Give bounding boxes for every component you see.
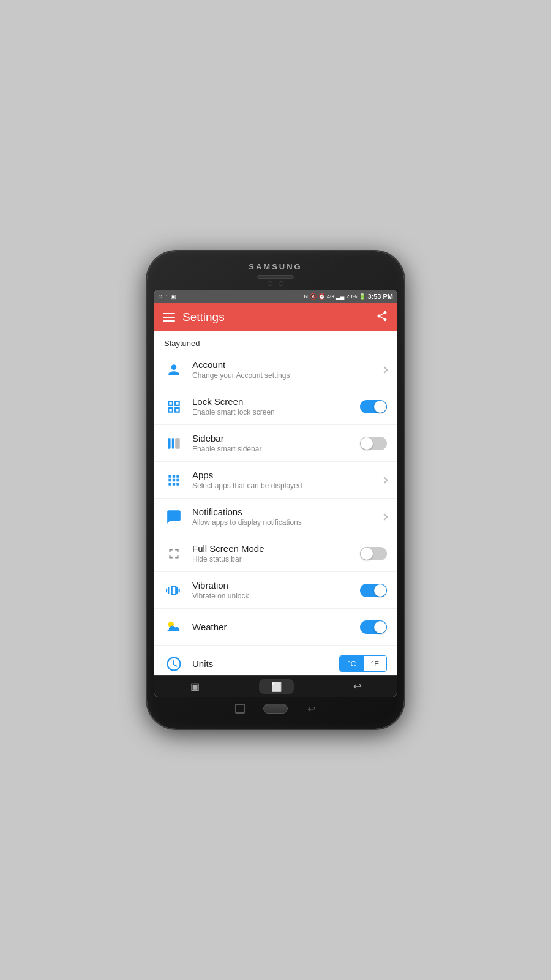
settings-item-account[interactable]: Account Change your Account settings [154, 352, 397, 388]
notifications-text: Notifications Allow apps to display noti… [184, 507, 382, 527]
mute-icon: 🔇 [310, 293, 317, 300]
fullscreen-action[interactable] [360, 547, 387, 560]
lock-screen-subtitle: Enable smart lock screen [192, 408, 360, 417]
home-button[interactable]: ⬜ [259, 679, 294, 694]
lock-screen-icon [164, 399, 184, 415]
apps-text: Apps Select apps that can be displayed [184, 470, 382, 490]
settings-item-fullscreen[interactable]: Full Screen Mode Hide status bar [154, 535, 397, 572]
recent-apps-button[interactable]: ▣ [178, 678, 212, 695]
notifications-title: Notifications [192, 507, 382, 517]
section-header: Staytuned [154, 331, 397, 352]
fullscreen-title: Full Screen Mode [192, 543, 360, 554]
units-icon [164, 655, 184, 673]
share-button[interactable] [376, 310, 388, 325]
lock-screen-toggle-knob [374, 401, 386, 413]
account-title: Account [192, 360, 382, 370]
weather-toggle[interactable] [360, 620, 387, 634]
battery-level: 28% [346, 293, 357, 300]
fullscreen-toggle-knob [361, 548, 373, 560]
recent-apps-hw-button[interactable] [235, 704, 245, 714]
sensor-dot [279, 281, 283, 286]
app-bar-title: Settings [182, 311, 225, 324]
back-hw-button[interactable]: ↩ [306, 704, 316, 714]
home-hw-button[interactable] [263, 704, 288, 714]
image-icon: ▣ [171, 293, 176, 300]
status-bar-left: ⊙ ↑ ▣ [158, 293, 176, 300]
app-bar-left: Settings [163, 311, 225, 324]
weather-action[interactable] [360, 620, 387, 634]
notifications-action [382, 514, 387, 519]
settings-item-vibration[interactable]: Vibration Vibrate on unlock [154, 572, 397, 609]
sidebar-subtitle: Enable smart sidebar [192, 445, 360, 453]
settings-item-weather[interactable]: Weather [154, 609, 397, 646]
vibration-text: Vibration Vibrate on unlock [184, 580, 360, 600]
account-icon [164, 362, 184, 378]
settings-item-units[interactable]: Units °C °F [154, 646, 397, 675]
svg-rect-2 [175, 438, 180, 448]
weather-icon [164, 619, 184, 636]
fahrenheit-button[interactable]: °F [364, 656, 386, 671]
account-chevron [381, 366, 388, 373]
lock-screen-action[interactable] [360, 400, 387, 413]
upload-icon: ↑ [165, 293, 168, 300]
sidebar-text: Sidebar Enable smart sidebar [184, 433, 360, 453]
camera-row [268, 281, 283, 286]
units-title: Units [192, 658, 339, 669]
notifications-subtitle: Allow apps to display notifications [192, 518, 382, 527]
network-icon: 4G [327, 293, 334, 300]
speaker-grill [257, 275, 294, 279]
vibration-action[interactable] [360, 584, 387, 597]
status-bar: ⊙ ↑ ▣ N 🔇 ⏰ 4G ▂▄ 28% 🔋 3:53 PM [154, 290, 397, 303]
hamburger-menu-button[interactable] [163, 313, 175, 322]
notifications-icon [164, 509, 184, 525]
back-button[interactable]: ↩ [341, 678, 373, 695]
account-action [382, 368, 387, 372]
lock-screen-text: Lock Screen Enable smart lock screen [184, 396, 360, 417]
weather-toggle-knob [374, 621, 386, 633]
signal-bars: ▂▄ [336, 293, 344, 300]
weather-text: Weather [184, 622, 360, 632]
location-icon: ⊙ [158, 293, 163, 300]
camera-dot [268, 281, 272, 286]
sidebar-toggle-knob [361, 437, 373, 450]
bottom-bezel: ↩ [154, 699, 397, 718]
vibration-icon [164, 582, 184, 598]
app-bar: Settings [154, 303, 397, 331]
sidebar-action[interactable] [360, 437, 387, 450]
sidebar-toggle[interactable] [360, 437, 387, 450]
units-action: °C °F [339, 655, 387, 672]
bottom-nav-bar: ▣ ⬜ ↩ [154, 675, 397, 697]
status-bar-right: N 🔇 ⏰ 4G ▂▄ 28% 🔋 3:53 PM [304, 293, 394, 300]
fullscreen-toggle[interactable] [360, 547, 387, 560]
vibration-toggle[interactable] [360, 584, 387, 597]
alarm-icon: ⏰ [318, 293, 325, 300]
settings-item-apps[interactable]: Apps Select apps that can be displayed [154, 462, 397, 499]
fullscreen-subtitle: Hide status bar [192, 555, 360, 564]
notifications-chevron [381, 513, 388, 520]
account-subtitle: Change your Account settings [192, 371, 382, 380]
svg-rect-1 [172, 438, 174, 448]
settings-item-sidebar[interactable]: Sidebar Enable smart sidebar [154, 425, 397, 462]
settings-item-notifications[interactable]: Notifications Allow apps to display noti… [154, 499, 397, 535]
clock: 3:53 PM [367, 293, 393, 300]
vibration-subtitle: Vibrate on unlock [192, 592, 360, 600]
fullscreen-text: Full Screen Mode Hide status bar [184, 543, 360, 564]
sidebar-title: Sidebar [192, 433, 360, 443]
apps-action [382, 478, 387, 483]
apps-title: Apps [192, 470, 382, 480]
fullscreen-icon [164, 546, 184, 562]
apps-subtitle: Select apps that can be displayed [192, 481, 382, 490]
settings-item-lock-screen[interactable]: Lock Screen Enable smart lock screen [154, 388, 397, 425]
phone-screen: ⊙ ↑ ▣ N 🔇 ⏰ 4G ▂▄ 28% 🔋 3:53 PM Setti [154, 290, 397, 697]
svg-rect-0 [168, 438, 170, 448]
lock-screen-toggle[interactable] [360, 400, 387, 413]
settings-content: Staytuned Account Change your Account se… [154, 331, 397, 675]
phone-device: SAMSUNG ⊙ ↑ ▣ N 🔇 ⏰ 4G ▂▄ 28% 🔋 3:53 PM [147, 251, 404, 729]
vibration-title: Vibration [192, 580, 360, 590]
nfc-icon: N [304, 293, 309, 300]
weather-title: Weather [192, 622, 360, 632]
celsius-button[interactable]: °C [340, 656, 364, 671]
apps-chevron [381, 477, 388, 483]
units-text: Units [184, 658, 339, 669]
battery-icon: 🔋 [359, 293, 365, 300]
